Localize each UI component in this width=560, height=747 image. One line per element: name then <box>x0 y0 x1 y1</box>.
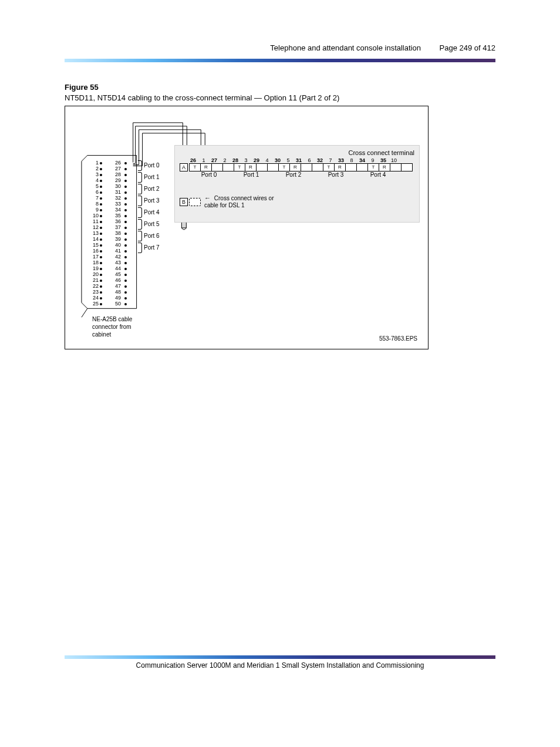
footer-color-bar <box>65 655 495 659</box>
connector-port-labels: Port 0Port 1Port 2Port 3Port 4Port 5Port… <box>138 160 160 254</box>
port-label: Port 4 <box>138 207 160 218</box>
row-b-label: B <box>180 198 188 206</box>
port-label: Port 7 <box>138 242 160 254</box>
figure-id: Figure 55 <box>65 82 339 93</box>
cross-connect-row-b: B ← Cross connect wires or cable for DSL… <box>180 194 414 209</box>
figure-caption: Figure 55 NT5D11, NT5D14 cabling to the … <box>65 82 339 103</box>
svg-line-1 <box>82 308 87 317</box>
cross-connect-panel: Cross connect terminal 26127228329430531… <box>174 145 420 223</box>
cross-connect-row-a: A TRTRTRTRTR <box>180 163 414 171</box>
port-label: Port 6 <box>138 230 160 242</box>
dsl1-slot-icon <box>189 198 201 206</box>
figure-caption-text: NT5D11, NT5D14 cabling to the cross-conn… <box>65 93 339 102</box>
connector-pin-block: 1262273284295306317328339341035113612371… <box>91 160 127 307</box>
port-label: Port 3 <box>138 195 160 207</box>
footer-doc-title: Communication Server 1000M and Meridian … <box>0 661 560 669</box>
cross-connect-port-names: Port 0Port 1Port 2Port 3Port 4 <box>188 171 414 178</box>
port-label: Port 1 <box>138 171 160 183</box>
figure-frame: 1262273284295306317328339341035113612371… <box>65 106 429 349</box>
cable-connector-label: NE-A25B cable connector from cabinet <box>92 315 132 338</box>
port-label: Port 2 <box>138 183 160 195</box>
cross-connect-title: Cross connect terminal <box>180 149 414 156</box>
page-number: Page 249 of 412 <box>440 43 495 52</box>
section-title: Telephone and attendant console installa… <box>270 43 421 52</box>
header-color-bar <box>65 59 495 62</box>
arrow-icon: ← <box>204 194 211 201</box>
cross-connect-pin-numbers: 2612722832943053163273383493510 <box>188 157 414 163</box>
cross-connect-note: ← Cross connect wires or cable for DSL 1 <box>204 194 274 209</box>
port-label: Port 5 <box>138 218 160 230</box>
page-header: Telephone and attendant console installa… <box>270 43 495 52</box>
eps-file-id: 553-7863.EPS <box>379 335 417 342</box>
port-label: Port 0 <box>138 160 160 171</box>
figure-inner: 1262273284295306317328339341035113612371… <box>69 110 424 345</box>
row-a-label: A <box>180 163 188 171</box>
